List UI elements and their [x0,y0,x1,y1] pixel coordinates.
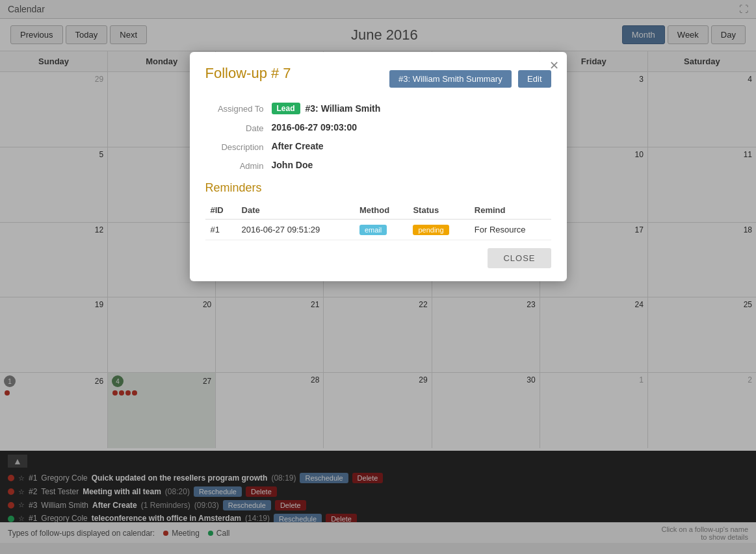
reminder-method: email [354,220,408,240]
field-row-admin: Admin John Doe [205,160,551,171]
modal-action-buttons: #3: William Smith Summary Edit [389,70,551,88]
description-value: After Create [272,141,324,151]
modal-close-button[interactable]: ✕ [549,58,559,73]
modal-header-row: Follow-up # 7 #3: William Smith Summary … [205,65,551,92]
reminder-remind: For Resource [469,220,551,240]
admin-label: Admin [205,160,264,171]
lead-badge: Lead [272,103,300,114]
field-row-date: Date 2016-06-27 09:03:00 [205,122,551,133]
pending-badge: pending [413,225,449,235]
col-status: Status [408,201,469,220]
assigned-name: #3: William Smith [306,103,381,114]
field-row-assigned: Assigned To Lead #3: William Smith [205,103,551,114]
reminder-id: #1 [205,220,237,240]
modal-overlay: ✕ Follow-up # 7 #3: William Smith Summar… [0,0,756,554]
reminder-status: pending [408,220,469,240]
reminder-date: 2016-06-27 09:51:29 [237,220,354,240]
col-remind: Remind [469,201,551,220]
modal-footer: CLOSE [205,248,551,268]
description-label: Description [205,141,264,152]
summary-button[interactable]: #3: William Smith Summary [389,70,512,88]
date-label: Date [205,122,264,133]
assigned-label: Assigned To [205,103,264,114]
col-date: Date [237,201,354,220]
modal-fields: Assigned To Lead #3: William Smith Date … [205,103,551,171]
admin-value: John Doe [272,160,313,170]
modal: ✕ Follow-up # 7 #3: William Smith Summar… [190,52,567,281]
reminders-title: Reminders [205,181,551,195]
close-button[interactable]: CLOSE [488,248,551,268]
modal-title: Follow-up # 7 [205,65,291,82]
reminders-header-row: #ID Date Method Status Remind [205,201,551,220]
field-row-description: Description After Create [205,141,551,152]
reminders-table: #ID Date Method Status Remind #1 2016-06… [205,201,551,240]
edit-button[interactable]: Edit [518,70,551,88]
assigned-value: Lead #3: William Smith [272,103,381,114]
reminder-row-1: #1 2016-06-27 09:51:29 email pending For… [205,220,551,240]
email-badge: email [359,225,387,235]
col-id: #ID [205,201,237,220]
date-value: 2016-06-27 09:03:00 [272,122,358,132]
col-method: Method [354,201,408,220]
